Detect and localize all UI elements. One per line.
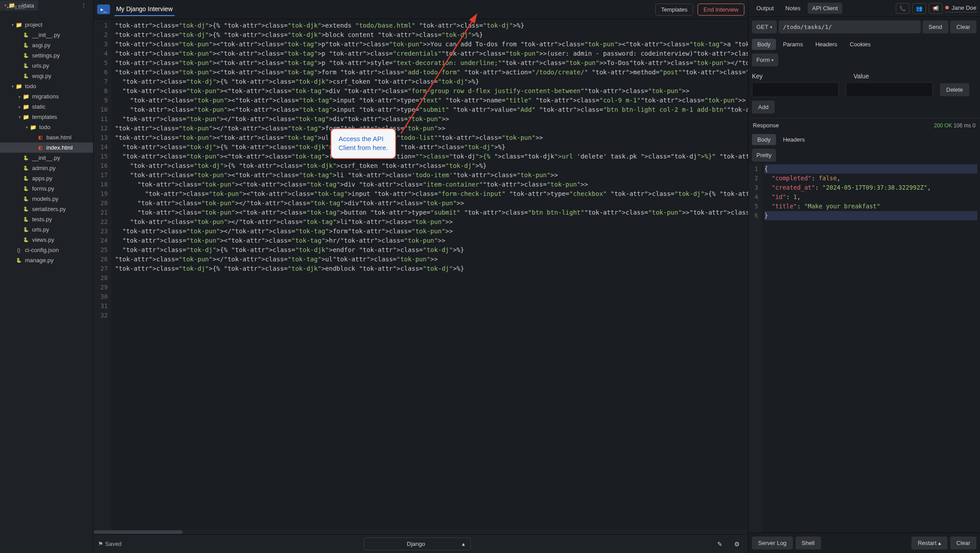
- file-ci-config.json[interactable]: {}ci-config.json: [0, 245, 93, 255]
- reqtab-headers[interactable]: Headers: [810, 39, 842, 50]
- file-manage.py[interactable]: 🐍manage.py: [0, 255, 93, 265]
- annotation-callout: Access the API Client from here.: [331, 128, 396, 159]
- file-index.html[interactable]: ◧index.html: [0, 142, 93, 153]
- right-panel: Output Notes API Client 📞 👥 📢 Jane Doe G…: [748, 0, 980, 553]
- reqtab-cookies[interactable]: Cookies: [845, 39, 876, 50]
- edit-icon[interactable]: ✎: [714, 538, 726, 550]
- saved-indicator: ⚑ Saved: [98, 541, 122, 547]
- file-tree: ▾📁project🐍__init__.py🐍asgi.py🐍settings.p…: [0, 19, 93, 553]
- shell-button[interactable]: Shell: [796, 537, 821, 549]
- file-settings.py[interactable]: 🐍settings.py: [0, 50, 93, 61]
- file-views.py[interactable]: 🐍views.py: [0, 235, 93, 245]
- interview-title: My Django Interview: [114, 3, 175, 16]
- file-asgi.py[interactable]: 🐍asgi.py: [0, 40, 93, 50]
- file-__init__.py[interactable]: 🐍__init__.py: [0, 153, 93, 163]
- response-body[interactable]: 123456 { "completed": false, "created_at…: [748, 163, 980, 533]
- file-tests.py[interactable]: 🐍tests.py: [0, 214, 93, 224]
- url-input[interactable]: [779, 20, 921, 33]
- value-header: Value: [853, 73, 976, 80]
- resptab-body[interactable]: Body: [752, 134, 776, 145]
- file-urls.py[interactable]: 🐍urls.py: [0, 61, 93, 71]
- folder-todo[interactable]: ▾📁todo: [0, 81, 93, 91]
- files-panel: ▾ 📁 ~/data ⋮ ▸ FILES ▾📁project🐍__init__.…: [0, 0, 94, 553]
- key-header: Key: [752, 73, 845, 80]
- value-input[interactable]: [846, 82, 933, 97]
- folder-static[interactable]: ▸📁static: [0, 102, 93, 112]
- run-icon[interactable]: ▸_: [97, 4, 110, 14]
- status-dot-icon: [945, 6, 949, 9]
- key-input[interactable]: [752, 82, 839, 97]
- editor-topbar: ▸_ My Django Interview Templates End Int…: [94, 0, 748, 19]
- file-models.py[interactable]: 🐍models.py: [0, 194, 93, 204]
- call-icon[interactable]: 📞: [896, 3, 910, 14]
- folder-migrations[interactable]: ▸📁migrations: [0, 91, 93, 102]
- settings-icon[interactable]: ⚙: [731, 538, 743, 550]
- file-wsgi.py[interactable]: 🐍wsgi.py: [0, 71, 93, 81]
- reqtab-params[interactable]: Params: [778, 39, 808, 50]
- files-header: FILES: [11, 4, 25, 10]
- http-method-select[interactable]: GET ▾: [752, 20, 777, 33]
- response-status: 200 OK 106 ms 0: [934, 122, 976, 129]
- announce-icon[interactable]: 📢: [929, 3, 943, 14]
- folder-todo[interactable]: ▾📁todo: [0, 122, 93, 132]
- tab-output[interactable]: Output: [752, 3, 778, 14]
- end-interview-button[interactable]: End Interview: [698, 4, 744, 16]
- user-name[interactable]: Jane Doe: [945, 4, 976, 12]
- chevron-down-icon: ▾: [770, 25, 772, 29]
- response-label: Response: [753, 122, 779, 129]
- file-urls.py[interactable]: 🐍urls.py: [0, 224, 93, 235]
- api-client: GET ▾ Send Clear Body Params Headers Coo…: [748, 17, 980, 533]
- tab-api-client[interactable]: API Client: [808, 3, 842, 14]
- file-serializers.py[interactable]: 🐍serializers.py: [0, 204, 93, 214]
- file-base.html[interactable]: ◧base.html: [0, 132, 93, 142]
- templates-button[interactable]: Templates: [655, 4, 693, 16]
- tab-notes[interactable]: Notes: [781, 3, 805, 14]
- folder-templates[interactable]: ▾📁templates: [0, 112, 93, 122]
- language-select[interactable]: Django ▴: [364, 537, 471, 550]
- code-editor[interactable]: 1234567891011121314151617181920212223242…: [94, 19, 748, 530]
- right-tabs: Output Notes API Client 📞 👥 📢 Jane Doe: [748, 0, 980, 17]
- chevron-up-icon: ▴: [462, 541, 465, 547]
- file-forms.py[interactable]: 🐍forms.py: [0, 183, 93, 194]
- pretty-toggle[interactable]: Pretty: [752, 149, 776, 162]
- server-log-button[interactable]: Server Log: [752, 537, 793, 549]
- statusbar: ⚑ Saved Django ▴ ✎ ⚙: [94, 534, 748, 553]
- restart-button[interactable]: Restart ▴: [911, 537, 947, 549]
- clear-request-button[interactable]: Clear: [950, 20, 976, 33]
- folder-project[interactable]: ▾📁project: [0, 20, 93, 30]
- file-__init__.py[interactable]: 🐍__init__.py: [0, 30, 93, 40]
- add-row-button[interactable]: Add: [752, 101, 775, 114]
- file-apps.py[interactable]: 🐍apps.py: [0, 173, 93, 183]
- editor-region: ▸_ My Django Interview Templates End Int…: [94, 0, 748, 553]
- files-menu-icon[interactable]: ⋮: [79, 0, 89, 11]
- editor-horizontal-scrollbar[interactable]: [94, 530, 748, 534]
- send-button[interactable]: Send: [923, 20, 948, 33]
- file-admin.py[interactable]: 🐍admin.py: [0, 163, 93, 173]
- body-type-select[interactable]: Form ▾: [752, 53, 778, 66]
- delete-row-button[interactable]: Delete: [940, 83, 969, 96]
- reqtab-body[interactable]: Body: [752, 39, 776, 50]
- resptab-headers[interactable]: Headers: [778, 134, 810, 145]
- invite-icon[interactable]: 👥: [912, 3, 926, 14]
- clear-output-button[interactable]: Clear: [950, 537, 976, 549]
